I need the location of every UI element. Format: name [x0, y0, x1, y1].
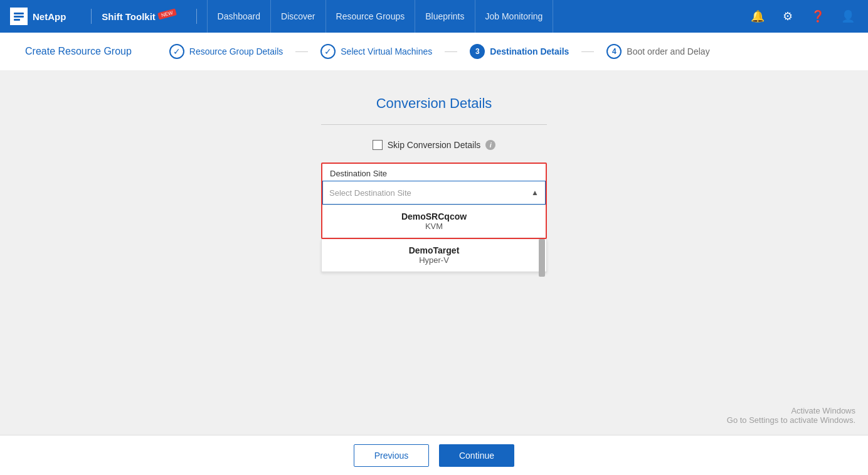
nav-divider [91, 9, 92, 24]
scrollbar-track [539, 239, 545, 272]
svg-rect-1 [14, 16, 24, 18]
step-sep-2 [445, 51, 457, 52]
destination-site-placeholder: Select Destination Site [329, 188, 411, 198]
wizard-title: Create Resource Group [25, 46, 132, 57]
page-title: Conversion Details [376, 95, 492, 112]
wizard-step-1: ✓ Resource Group Details [157, 44, 295, 59]
netapp-logo-icon [10, 8, 28, 25]
wizard-step-4: 4 Boot order and Delay [594, 44, 722, 59]
user-account-icon[interactable]: 👤 [838, 6, 858, 26]
new-badge: NEW [157, 8, 177, 19]
scrollbar-thumb[interactable] [539, 239, 545, 277]
svg-rect-0 [14, 13, 24, 14]
settings-gear-icon[interactable]: ⚙ [778, 6, 798, 26]
continue-button[interactable]: Continue [439, 444, 514, 467]
nav-dashboard[interactable]: Dashboard [207, 0, 272, 33]
skip-conversion-row: Skip Conversion Details i [373, 140, 496, 150]
destination-site-container: Destination Site Select Destination Site… [321, 163, 547, 272]
wizard-step-2: ✓ Select Virtual Machines [308, 44, 445, 59]
main-navigation: Dashboard Discover Resource Groups Bluep… [207, 0, 748, 33]
step-4-number: 4 [606, 44, 622, 59]
wizard-step-3: 3 Destination Details [457, 44, 581, 59]
step-4-label: Boot order and Delay [627, 46, 709, 56]
nav-resource-groups[interactable]: Resource Groups [326, 0, 416, 33]
netapp-logo: NetApp [10, 8, 66, 25]
nav-blueprints[interactable]: Blueprints [415, 0, 475, 33]
nav-divider-2 [196, 9, 197, 24]
notification-bell-icon[interactable]: 🔔 [748, 6, 768, 26]
option-demotarget-type: Hyper-V [329, 255, 539, 265]
main-content: Conversion Details Skip Conversion Detai… [0, 70, 868, 435]
wizard-bar: Create Resource Group ✓ Resource Group D… [0, 33, 868, 70]
destination-site-extra-options: DemoTarget Hyper-V [321, 239, 547, 272]
option-demosrcqcow-name: DemoSRCqcow [330, 211, 538, 221]
top-navigation: NetApp Shift Toolkit NEW Dashboard Disco… [0, 0, 868, 33]
step-2-label: Select Virtual Machines [341, 46, 432, 56]
shift-toolkit-brand: Shift Toolkit NEW [102, 11, 176, 22]
nav-icon-group: 🔔 ⚙ ❓ 👤 [748, 6, 858, 26]
step-3-label: Destination Details [490, 46, 569, 56]
svg-rect-2 [14, 19, 20, 21]
nav-discover[interactable]: Discover [271, 0, 326, 33]
step-3-number: 3 [470, 44, 485, 59]
destination-site-options-in-box: DemoSRCqcow KVM [322, 205, 546, 238]
chevron-up-icon: ▲ [531, 188, 539, 197]
title-divider [321, 124, 547, 125]
wizard-steps: ✓ Resource Group Details ✓ Select Virtua… [157, 44, 722, 59]
skip-info-icon[interactable]: i [485, 140, 495, 150]
netapp-brand-text: NetApp [33, 11, 66, 22]
destination-site-label: Destination Site [322, 164, 546, 181]
option-demosrcqcow[interactable]: DemoSRCqcow KVM [322, 205, 546, 238]
previous-button[interactable]: Previous [354, 444, 429, 467]
option-demotarget-name: DemoTarget [329, 245, 539, 255]
destination-site-select[interactable]: Select Destination Site ▲ [322, 181, 546, 205]
shift-toolkit-label: Shift Toolkit [102, 11, 156, 22]
option-demosrcqcow-type: KVM [330, 221, 538, 231]
destination-site-box: Destination Site Select Destination Site… [321, 163, 547, 239]
step-2-check-icon: ✓ [320, 44, 336, 59]
step-1-label: Resource Group Details [189, 46, 283, 56]
skip-conversion-checkbox[interactable] [373, 140, 383, 150]
skip-conversion-label: Skip Conversion Details [388, 140, 481, 150]
help-question-icon[interactable]: ❓ [808, 6, 828, 26]
step-sep-1 [295, 51, 308, 52]
bottom-bar: Previous Continue [0, 435, 868, 475]
option-demotarget[interactable]: DemoTarget Hyper-V [322, 239, 546, 272]
step-sep-3 [581, 51, 594, 52]
nav-job-monitoring[interactable]: Job Monitoring [475, 0, 554, 33]
step-1-check-icon: ✓ [169, 44, 184, 59]
